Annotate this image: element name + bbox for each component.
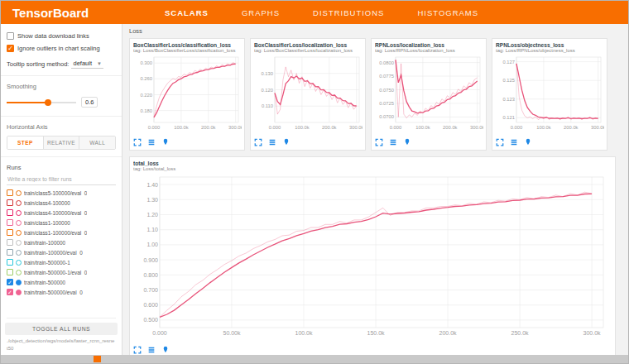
run-row[interactable]: train/class5-100000/eval_0 xyxy=(7,188,116,198)
run-label[interactable]: train/train-500000-1 xyxy=(24,260,70,266)
data-table-icon[interactable] xyxy=(268,138,276,146)
run-checkbox[interactable] xyxy=(7,199,13,206)
run-label[interactable]: train/class5-100000/eval_0 xyxy=(24,190,87,196)
runs-filter-input[interactable] xyxy=(7,174,116,185)
chart-tag: tag: Loss/RPNLoss/localization_loss xyxy=(375,48,483,53)
run-row[interactable]: train/train-100000/eval_0 xyxy=(7,247,116,257)
data-table-icon[interactable] xyxy=(147,138,156,146)
run-checkbox[interactable] xyxy=(7,249,13,256)
fullscreen-icon[interactable] xyxy=(254,138,262,146)
fullscreen-icon[interactable] xyxy=(133,346,142,354)
run-isolator-icon[interactable] xyxy=(16,280,22,285)
axis-button-relative[interactable]: RELATIVE xyxy=(44,136,80,149)
data-table-icon[interactable] xyxy=(147,346,156,354)
run-label[interactable]: train/train-500000 xyxy=(24,280,65,285)
smoothing-slider[interactable] xyxy=(7,98,76,107)
data-table-icon[interactable] xyxy=(510,138,518,146)
pin-icon[interactable] xyxy=(161,346,170,354)
run-label[interactable]: train/train-500000-1/eval_0 xyxy=(24,270,87,275)
run-isolator-icon[interactable] xyxy=(16,200,22,206)
run-isolator-icon[interactable] xyxy=(16,250,22,256)
run-row[interactable]: train/train-500000-1/eval_0 xyxy=(7,267,116,277)
run-isolator-icon[interactable] xyxy=(16,220,22,226)
axis-button-wall[interactable]: WALL xyxy=(79,136,115,149)
run-row[interactable]: train/train-100000 xyxy=(7,237,116,247)
fullscreen-icon[interactable] xyxy=(375,138,383,146)
tab-distributions[interactable]: DISTRIBUTIONS xyxy=(311,2,386,23)
chart-area[interactable]: 0.1100.1200.1300.000100.0k200.0k300.0k xyxy=(254,54,362,136)
divider xyxy=(1,116,122,117)
run-isolator-icon[interactable] xyxy=(16,190,22,196)
svg-text:100.0k: 100.0k xyxy=(536,125,551,130)
chart-plot[interactable]: 0.1800.2200.2600.3000.000100.0k200.0k300… xyxy=(133,54,242,133)
run-label[interactable]: train/class4-100000/eval_0 xyxy=(24,210,87,216)
run-row[interactable]: train/class4-100000 xyxy=(7,198,116,208)
run-label[interactable]: train/train-500000/eval_0 xyxy=(24,290,83,295)
run-label[interactable]: train/train-100000 xyxy=(24,240,65,246)
chart-area[interactable]: 0.1210.1230.1250.1270.000100.0k200.0k300… xyxy=(496,54,603,136)
svg-text:100.0k: 100.0k xyxy=(415,125,430,130)
run-row[interactable]: ✓train/train-500000 xyxy=(7,277,116,287)
svg-text:0.123: 0.123 xyxy=(502,97,515,102)
smoothing-value-input[interactable]: 0.6 xyxy=(81,97,98,108)
tab-histograms[interactable]: HISTOGRAMS xyxy=(415,2,480,23)
run-isolator-icon[interactable] xyxy=(16,230,22,236)
footer-bar xyxy=(1,355,628,363)
chart-plot[interactable]: 0.5000.6000.7000.8000.9001.001.101.201.3… xyxy=(133,172,612,341)
run-row[interactable]: train/class1-100000/eval_0 xyxy=(7,228,116,237)
run-isolator-icon[interactable] xyxy=(16,260,22,266)
pin-icon[interactable] xyxy=(524,138,532,146)
data-table-icon[interactable] xyxy=(389,138,397,146)
tooltip-sorting-select[interactable]: default ▼ xyxy=(71,59,103,69)
chart-plot[interactable]: 0.07000.07250.07500.07750.08000.000100.0… xyxy=(375,54,483,133)
pin-icon[interactable] xyxy=(403,138,411,146)
chart-area[interactable]: 0.5000.6000.7000.8000.9001.001.101.201.3… xyxy=(133,172,612,344)
chart-plot[interactable]: 0.1100.1200.1300.000100.0k200.0k300.0k xyxy=(254,54,363,133)
run-isolator-icon[interactable] xyxy=(16,270,22,275)
chart-area[interactable]: 0.1800.2200.2600.3000.000100.0k200.0k300… xyxy=(133,54,241,136)
fullscreen-icon[interactable] xyxy=(133,138,142,146)
show-download-links-label: Show data download links xyxy=(17,32,89,40)
show-download-links-row[interactable]: Show data download links xyxy=(7,32,116,40)
ignore-outliers-row[interactable]: ✓ Ignore outliers in chart scaling xyxy=(7,45,116,52)
run-checkbox[interactable]: ✓ xyxy=(7,289,13,295)
tab-scalars[interactable]: SCALARS xyxy=(163,2,210,23)
chart-toolbar xyxy=(133,138,241,146)
smoothing-slider-handle[interactable] xyxy=(45,99,51,106)
show-download-links-checkbox[interactable] xyxy=(7,32,14,40)
run-label[interactable]: train/train-100000/eval_0 xyxy=(24,250,83,256)
pin-icon[interactable] xyxy=(282,138,290,146)
loss-group-header[interactable]: Loss xyxy=(129,27,622,35)
run-checkbox[interactable] xyxy=(7,219,13,226)
chart-plot[interactable]: 0.1210.1230.1250.1270.000100.0k200.0k300… xyxy=(496,54,604,133)
pin-icon[interactable] xyxy=(161,138,170,146)
tab-graphs[interactable]: GRAPHS xyxy=(240,2,281,23)
axis-button-step[interactable]: STEP xyxy=(7,136,44,149)
run-label[interactable]: train/class1-100000/eval_0 xyxy=(24,230,87,236)
run-checkbox[interactable] xyxy=(7,269,13,275)
run-row[interactable]: train/class1-100000 xyxy=(7,218,116,228)
run-checkbox[interactable] xyxy=(7,259,13,266)
run-isolator-icon[interactable] xyxy=(16,290,22,295)
run-isolator-icon[interactable] xyxy=(16,210,22,216)
run-isolator-icon[interactable] xyxy=(16,240,22,246)
run-label[interactable]: train/class4-100000 xyxy=(24,200,70,206)
run-checkbox[interactable]: ✓ xyxy=(7,279,13,285)
runs-list[interactable]: train/class5-100000/eval_0train/class4-1… xyxy=(7,188,116,318)
ignore-outliers-checkbox[interactable]: ✓ xyxy=(7,45,14,52)
svg-text:1.20: 1.20 xyxy=(146,212,158,218)
run-label[interactable]: train/class1-100000 xyxy=(24,220,70,226)
svg-text:0.000: 0.000 xyxy=(511,125,523,130)
run-row[interactable]: train/train-500000-1 xyxy=(7,257,116,267)
toggle-all-runs-button[interactable]: TOGGLE ALL RUNS xyxy=(5,323,118,335)
run-checkbox[interactable] xyxy=(7,209,13,216)
fullscreen-icon[interactable] xyxy=(496,138,504,146)
run-checkbox[interactable] xyxy=(7,229,13,236)
run-row[interactable]: ✓train/train-500000/eval_0 xyxy=(7,287,116,297)
svg-text:0.0800: 0.0800 xyxy=(379,60,394,65)
run-row[interactable]: train/class4-100000/eval_0 xyxy=(7,208,116,218)
run-checkbox[interactable] xyxy=(7,189,13,196)
chart-area[interactable]: 0.07000.07250.07500.07750.08000.000100.0… xyxy=(375,54,483,136)
run-checkbox[interactable] xyxy=(7,239,13,246)
loss-group-label: Loss xyxy=(129,27,142,35)
